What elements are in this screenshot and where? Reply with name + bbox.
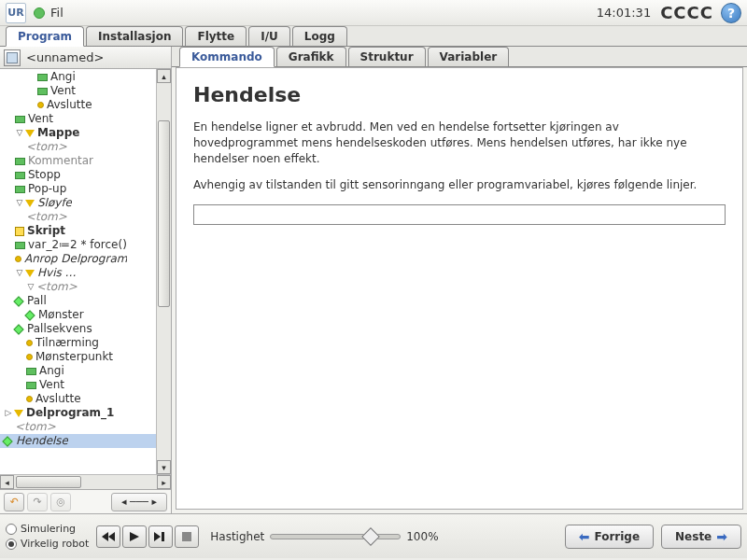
node-icon [25,200,35,207]
node-icon [15,242,25,249]
node-label: var_2≔2 * force() [28,238,127,252]
tree-row[interactable]: ▽<tom> [0,280,156,294]
twist-icon[interactable]: ▷ [4,406,13,420]
tree-row[interactable]: Skript [0,224,156,238]
tree-row[interactable]: Mønsterpunkt [0,350,156,364]
tree-row[interactable]: ▽Mappe [0,126,156,140]
prev-label: Forrige [594,530,640,543]
radio-real[interactable]: Virkelig robot [6,538,89,550]
redo-button[interactable]: ↷ [27,493,48,511]
twist-icon[interactable]: ▽ [15,126,24,140]
tree-row[interactable]: Mønster [0,308,156,322]
tree-row[interactable]: var_2≔2 * force() [0,238,156,252]
tree-row[interactable]: Vent [0,112,156,126]
node-icon [26,382,36,389]
tab-flytte[interactable]: Flytte [185,26,247,46]
prev-button[interactable]: ⬅Forrige [565,525,654,549]
node-label: Avslutte [35,392,81,406]
speed-control: Hastighet 100% [210,530,438,543]
expression-input[interactable] [193,204,726,225]
node-label: Hendelse [16,434,68,448]
scroll-left-icon[interactable]: ◂ [0,475,14,489]
svg-marker-0 [102,532,108,541]
node-label: <tom> [36,280,78,294]
main-tabs: Program Installasjon Flytte I/U Logg [0,26,747,47]
tree-row[interactable]: Vent [0,378,156,392]
tree-row[interactable]: Kommentar [0,154,156,168]
tree-row[interactable]: Avslutte [0,98,156,112]
save-icon[interactable] [4,49,21,66]
twist-icon[interactable]: ▽ [15,196,24,210]
node-label: Vent [39,378,64,392]
target-button[interactable]: ◎ [50,493,71,511]
tree-row[interactable]: Avslutte [0,392,156,406]
tab-installasjon[interactable]: Installasjon [86,26,183,46]
scroll-thumb[interactable] [158,120,170,307]
undo-button[interactable]: ↶ [4,493,24,511]
radio-sim[interactable]: Simulering [6,523,89,535]
step-button[interactable] [148,525,173,548]
play-button[interactable] [122,525,147,548]
twist-icon[interactable]: ▽ [26,280,35,294]
rewind-button[interactable] [96,525,120,548]
globe-icon [34,7,45,19]
scroll-down-icon[interactable]: ▾ [157,460,171,474]
next-button[interactable]: Neste➡ [661,525,741,549]
node-icon [15,158,25,165]
file-menu[interactable]: Fil [50,6,63,20]
scroll-track[interactable] [157,83,171,460]
tree-row[interactable]: Pallsekvens [0,322,156,336]
program-tree[interactable]: AngiVentAvslutteVent▽Mappe<tom>Kommentar… [0,69,156,474]
node-icon [13,324,23,334]
tree-row[interactable]: <tom> [0,210,156,224]
tree-row[interactable]: Stopp [0,168,156,182]
scroll-up-icon[interactable]: ▴ [157,69,171,83]
tree-row[interactable]: Anrop Delprogram [0,252,156,266]
help-icon[interactable]: ? [721,3,741,23]
program-header: <unnamed> [0,47,171,69]
tree-row[interactable]: ▽Sløyfe [0,196,156,210]
tab-logg[interactable]: Logg [292,26,347,46]
tree-row[interactable]: ▽Hvis … [0,266,156,280]
tab-program[interactable]: Program [6,26,84,47]
node-label: Delprogram_1 [26,406,114,420]
stop-button[interactable] [175,525,199,548]
speed-slider[interactable] [270,534,401,539]
command-title: Hendelse [193,83,726,106]
subtab-grafikk[interactable]: Grafikk [276,47,346,66]
tree-row[interactable]: Angi [0,70,156,84]
tree-row[interactable]: Hendelse [0,434,156,448]
tree-row[interactable]: Tilnærming [0,336,156,350]
tree-row[interactable]: <tom> [0,420,156,434]
move-row-control[interactable]: ◂ ─── ▸ [111,493,167,511]
hscroll-thumb[interactable] [16,476,81,488]
command-body: Hendelse En hendelse ligner et avbrudd. … [176,67,743,510]
hscrollbar[interactable]: ◂ ▸ [0,474,171,489]
vscrollbar[interactable]: ▴ ▾ [156,69,171,474]
tree-row[interactable]: <tom> [0,140,156,154]
tab-iu[interactable]: I/U [248,26,290,46]
speed-label: Hastighet [210,530,264,543]
scroll-right-icon[interactable]: ▸ [157,475,171,489]
subtab-struktur[interactable]: Struktur [348,47,426,66]
subtab-kommando[interactable]: Kommando [179,47,275,67]
tree-row[interactable]: ▷Delprogram_1 [0,406,156,420]
node-label: Kommentar [28,154,93,168]
tree-row[interactable]: Angi [0,364,156,378]
hscroll-track[interactable] [14,475,157,489]
node-icon [2,436,12,446]
tree-row[interactable]: Pall [0,294,156,308]
tree-row[interactable]: Vent [0,84,156,98]
next-label: Neste [675,530,712,543]
node-label: <tom> [26,140,67,154]
tree-row[interactable]: Pop-up [0,182,156,196]
slider-handle-icon[interactable] [361,527,380,546]
node-label: Hvis … [37,266,77,280]
program-name[interactable]: <unnamed> [26,50,104,64]
content: <unnamed> AngiVentAvslutteVent▽Mappe<tom… [0,47,747,513]
node-label: Angi [39,364,64,378]
speed-value: 100% [406,530,438,543]
subtab-variabler[interactable]: Variabler [428,47,510,66]
radio-real-label: Virkelig robot [21,538,89,550]
twist-icon[interactable]: ▽ [15,266,24,280]
